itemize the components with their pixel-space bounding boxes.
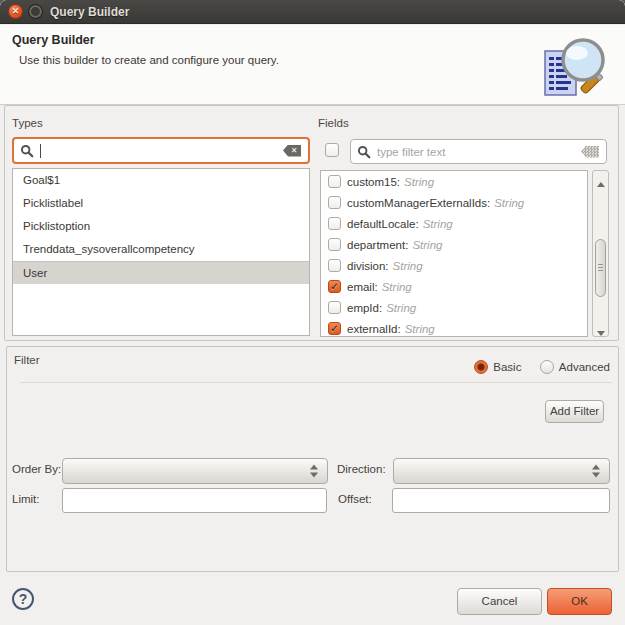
field-name: custom15: [347, 176, 400, 188]
cancel-button[interactable]: Cancel [457, 588, 542, 615]
field-name: email: [347, 281, 378, 293]
add-filter-button[interactable]: Add Filter [545, 400, 604, 423]
types-label: Types [12, 117, 43, 129]
offset-input[interactable] [392, 488, 610, 513]
field-checkbox[interactable] [328, 301, 341, 314]
page-subtitle: Use this builder to create and configure… [19, 54, 279, 66]
types-list-item[interactable]: Picklistoption [13, 215, 309, 238]
field-checkbox-checked[interactable]: ✓ [328, 322, 341, 335]
filter-label: Filter [14, 354, 40, 366]
limit-input[interactable] [62, 488, 327, 513]
order-by-label: Order By: [12, 463, 61, 475]
field-name: department: [347, 239, 408, 251]
field-checkbox[interactable] [328, 259, 341, 272]
field-checkbox-checked[interactable]: ✓ [328, 280, 341, 293]
field-type: String [494, 197, 524, 209]
limit-label: Limit: [12, 493, 39, 505]
fields-list-item[interactable]: department:String [321, 234, 587, 255]
field-name: defaultLocale: [347, 218, 419, 230]
dialog-header: Query Builder Use this builder to create… [0, 25, 625, 105]
titlebar[interactable]: ✕ Query Builder [0, 0, 625, 24]
field-checkbox[interactable] [328, 175, 341, 188]
direction-select[interactable] [393, 458, 610, 484]
spinner-arrows-icon [310, 465, 318, 478]
fields-list-item[interactable]: ✓externalId:String [321, 318, 587, 337]
direction-label: Direction: [337, 463, 386, 475]
close-button[interactable]: ✕ [8, 4, 23, 19]
search-icon [20, 144, 34, 158]
fields-list-item[interactable]: empId:String [321, 297, 587, 318]
fields-list-item[interactable]: defaultLocale:String [321, 213, 587, 234]
field-checkbox[interactable] [328, 196, 341, 209]
scrollbar-thumb[interactable] [595, 239, 606, 297]
field-name: customManagerExternalIds: [347, 197, 490, 209]
types-list-item[interactable]: Trenddata_sysoverallcompetency [13, 238, 309, 261]
ok-button[interactable]: OK [547, 588, 612, 615]
field-type: String [423, 218, 453, 230]
field-type: String [412, 239, 442, 251]
field-checkbox[interactable] [328, 238, 341, 251]
radio-advanced[interactable]: Advanced [540, 357, 610, 375]
fields-filter-input[interactable] [377, 141, 580, 162]
search-icon [357, 145, 371, 159]
fields-list-item[interactable]: ✓email:String [321, 276, 587, 297]
radio-basic-label: Basic [493, 361, 521, 373]
restore-button[interactable] [28, 4, 43, 19]
types-list[interactable]: Goal$1PicklistlabelPicklistoptionTrendda… [12, 168, 310, 336]
types-list-item[interactable]: Picklistlabel [13, 192, 309, 215]
fields-list-item[interactable]: custom15:String [321, 171, 587, 192]
field-type: String [393, 260, 423, 272]
types-search-box[interactable]: ✕ [12, 137, 310, 164]
radio-basic-icon[interactable] [474, 360, 488, 374]
field-type: String [382, 281, 412, 293]
types-list-item[interactable]: User [13, 261, 309, 284]
types-list-item[interactable]: Goal$1 [13, 169, 309, 192]
radio-advanced-icon[interactable] [540, 360, 554, 374]
fields-list-item[interactable]: customManagerExternalIds:String [321, 192, 587, 213]
window-title: Query Builder [50, 0, 129, 24]
filter-separator [20, 382, 612, 383]
fields-list[interactable]: custom15:StringcustomManagerExternalIds:… [320, 170, 588, 337]
types-search-input[interactable] [40, 140, 282, 161]
field-type: String [405, 323, 435, 335]
scroll-up-icon[interactable] [593, 173, 608, 185]
fields-scrollbar[interactable] [592, 170, 609, 337]
help-button[interactable]: ? [12, 588, 34, 610]
fields-filter-box[interactable]: ✕ [350, 139, 607, 164]
fields-list-item[interactable]: division:String [321, 255, 587, 276]
clear-filter-icon-disabled: ✕ [581, 146, 599, 158]
field-name: externalId: [347, 323, 401, 335]
radio-advanced-label: Advanced [559, 361, 610, 373]
spinner-arrows-icon [592, 465, 600, 478]
select-all-checkbox[interactable] [325, 143, 339, 157]
field-type: String [404, 176, 434, 188]
document-magnifier-icon [542, 36, 612, 98]
filter-mode-group: Basic Advanced [460, 357, 610, 375]
order-by-select[interactable] [62, 458, 328, 484]
fields-label: Fields [318, 117, 349, 129]
field-name: empId: [347, 302, 382, 314]
field-name: division: [347, 260, 389, 272]
field-type: String [386, 302, 416, 314]
clear-search-icon[interactable]: ✕ [283, 145, 301, 157]
radio-basic[interactable]: Basic [474, 357, 521, 375]
field-checkbox[interactable] [328, 217, 341, 230]
query-builder-dialog: ✕ Query Builder Query Builder Use this b… [0, 0, 625, 625]
scroll-down-icon[interactable] [593, 322, 608, 334]
page-title: Query Builder [12, 33, 95, 47]
offset-label: Offset: [338, 493, 372, 505]
